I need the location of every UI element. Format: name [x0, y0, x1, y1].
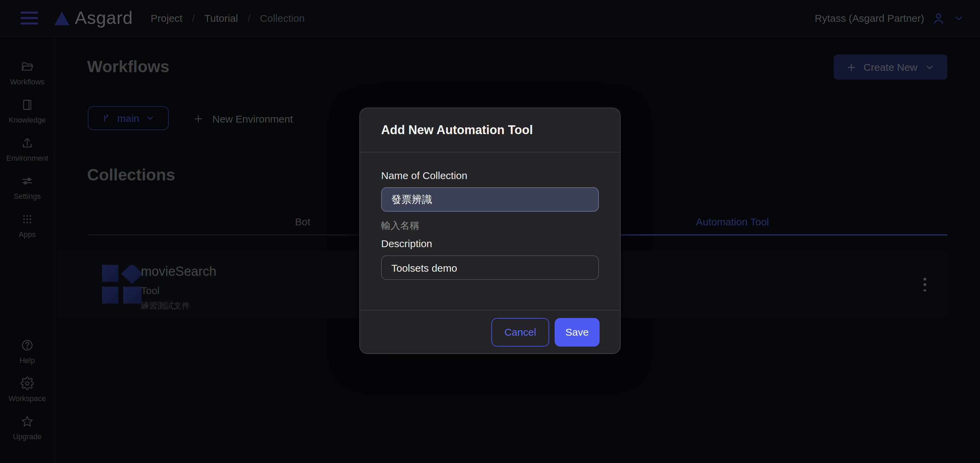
- dialog-header: Add New Automation Tool: [360, 108, 620, 153]
- add-automation-tool-dialog: Add New Automation Tool Name of Collecti…: [360, 108, 620, 354]
- app-viewport: Asgard Project / Tutorial / Collection R…: [0, 0, 980, 463]
- description-input[interactable]: [381, 255, 599, 280]
- name-field-label: Name of Collection: [381, 169, 599, 181]
- collection-name-input[interactable]: [381, 187, 599, 212]
- name-field-helper: 輸入名稱: [381, 220, 599, 232]
- cancel-button[interactable]: Cancel: [492, 318, 549, 346]
- save-button[interactable]: Save: [555, 318, 600, 346]
- dialog-footer: Cancel Save: [360, 310, 620, 353]
- dialog-title: Add New Automation Tool: [381, 123, 533, 137]
- dialog-body: Name of Collection 輸入名稱 Description: [360, 169, 620, 280]
- description-field-label: Description: [381, 238, 599, 249]
